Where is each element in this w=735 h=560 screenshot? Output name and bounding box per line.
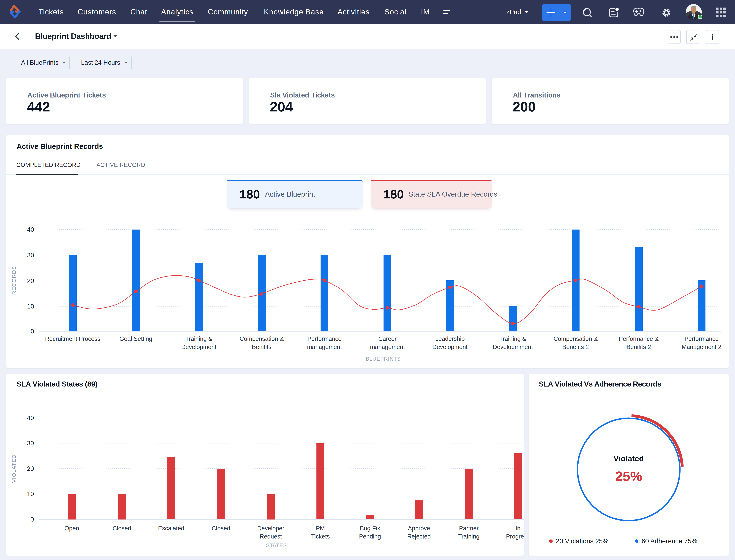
svg-text:BLUEPRINTS: BLUEPRINTS bbox=[365, 356, 401, 362]
svg-text:Progress: Progress bbox=[506, 533, 524, 540]
svg-text:Bug Fix: Bug Fix bbox=[360, 525, 380, 532]
svg-text:Tickets: Tickets bbox=[311, 533, 330, 540]
svg-text:10: 10 bbox=[27, 303, 34, 310]
svg-text:0: 0 bbox=[31, 328, 34, 335]
svg-text:management: management bbox=[370, 344, 405, 350]
svg-text:VIOLATED: VIOLATED bbox=[11, 454, 17, 483]
svg-text:Closed: Closed bbox=[113, 525, 131, 532]
svg-text:Developer: Developer bbox=[257, 525, 284, 532]
svg-text:STATES: STATES bbox=[266, 542, 287, 548]
svg-text:Management 2: Management 2 bbox=[682, 344, 721, 350]
svg-text:Violated: Violated bbox=[613, 454, 644, 463]
svg-text:Leadership: Leadership bbox=[435, 335, 465, 342]
svg-text:20 Violations 25%: 20 Violations 25% bbox=[556, 537, 608, 545]
svg-text:40: 40 bbox=[27, 414, 34, 421]
svg-text:Developmment: Developmment bbox=[493, 344, 533, 350]
svg-text:30: 30 bbox=[27, 440, 34, 447]
svg-text:Pending: Pending bbox=[359, 533, 381, 540]
svg-text:20: 20 bbox=[27, 465, 34, 472]
svg-text:25%: 25% bbox=[615, 469, 642, 484]
svg-text:Development: Development bbox=[181, 344, 216, 350]
svg-text:Performance &: Performance & bbox=[619, 335, 659, 342]
svg-text:0: 0 bbox=[30, 516, 34, 523]
svg-text:Escalated: Escalated bbox=[158, 525, 184, 532]
svg-text:In: In bbox=[516, 525, 521, 532]
svg-text:Partner: Partner bbox=[459, 525, 479, 532]
svg-text:Request: Request bbox=[259, 533, 282, 540]
svg-text:Recruitment Process: Recruitment Process bbox=[45, 335, 100, 342]
svg-text:Training: Training bbox=[458, 533, 480, 540]
svg-text:Goal Setting: Goal Setting bbox=[119, 335, 152, 342]
svg-text:Training &: Training & bbox=[499, 335, 526, 342]
svg-text:Compensation &: Compensation & bbox=[554, 335, 598, 342]
svg-text:Open: Open bbox=[65, 525, 79, 532]
svg-text:Performance: Performance bbox=[684, 335, 719, 342]
svg-text:Development: Development bbox=[432, 344, 468, 350]
svg-text:30: 30 bbox=[27, 252, 34, 259]
svg-text:Approve: Approve bbox=[408, 525, 430, 532]
svg-text:RECORDS: RECORDS bbox=[11, 266, 17, 295]
svg-text:Benifits 2: Benifits 2 bbox=[627, 344, 651, 350]
svg-text:Closed: Closed bbox=[212, 525, 230, 532]
svg-text:Training &: Training & bbox=[185, 335, 212, 342]
svg-text:Benifits: Benifits bbox=[252, 344, 271, 350]
svg-text:PM: PM bbox=[316, 525, 325, 532]
svg-text:60 Adherence 75%: 60 Adherence 75% bbox=[642, 537, 697, 545]
svg-text:Performance: Performance bbox=[307, 335, 341, 342]
svg-text:10: 10 bbox=[27, 490, 34, 497]
svg-text:Benefits 2: Benefits 2 bbox=[562, 344, 589, 350]
svg-text:20: 20 bbox=[27, 277, 34, 284]
svg-text:Compensation &: Compensation & bbox=[240, 335, 284, 342]
svg-text:Career: Career bbox=[378, 335, 397, 342]
svg-text:40: 40 bbox=[27, 226, 34, 233]
svg-text:Rejected: Rejected bbox=[407, 533, 431, 540]
svg-text:management: management bbox=[307, 344, 342, 350]
